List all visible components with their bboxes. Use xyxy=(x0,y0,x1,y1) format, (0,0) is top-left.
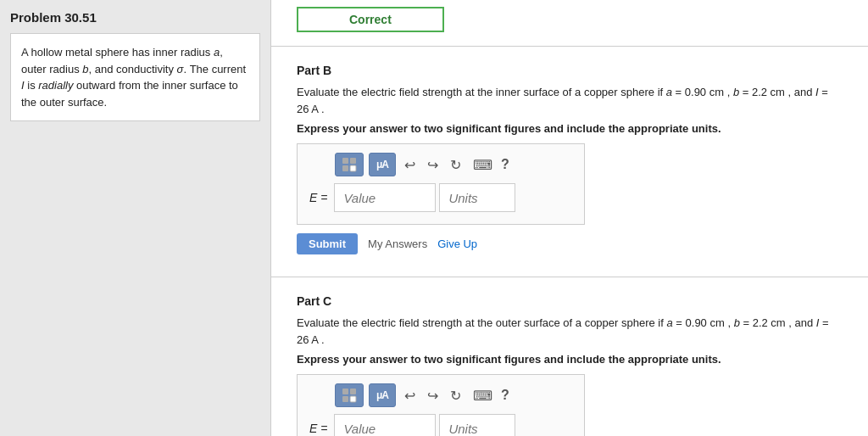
part-b-label: Part B xyxy=(297,64,843,77)
part-c-answer-box: μA ↩ ↪ ↻ ⌨ ? E = xyxy=(297,374,585,436)
part-c-question: Evaluate the electric field strength at … xyxy=(297,315,843,348)
divider-1 xyxy=(271,46,868,47)
grid-button-b[interactable] xyxy=(335,153,364,176)
part-c-section: Part C Evaluate the electric field stren… xyxy=(271,286,868,436)
svg-rect-3 xyxy=(350,165,356,171)
problem-title: Problem 30.51 xyxy=(10,10,260,25)
svg-rect-6 xyxy=(342,396,348,402)
part-c-input-row: E = xyxy=(309,414,572,436)
refresh-button-c[interactable]: ↻ xyxy=(447,386,465,405)
undo-button-b[interactable]: ↩ xyxy=(401,155,419,175)
redo-button-c[interactable]: ↪ xyxy=(424,386,442,405)
help-button-b[interactable]: ? xyxy=(501,157,509,172)
svg-rect-0 xyxy=(342,158,348,164)
part-c-e-label: E = xyxy=(309,422,327,435)
refresh-button-b[interactable]: ↻ xyxy=(447,155,465,175)
part-b-toolbar: μA ↩ ↪ ↻ ⌨ ? xyxy=(335,153,572,176)
svg-rect-7 xyxy=(350,396,356,402)
part-b-input-row: E = xyxy=(309,183,572,212)
part-c-units-input[interactable] xyxy=(439,414,515,436)
part-b-answer-box: μA ↩ ↪ ↻ ⌨ ? E = xyxy=(297,143,585,225)
correct-banner: Correct xyxy=(297,7,444,32)
part-b-submit-row: Submit My Answers Give Up xyxy=(297,233,843,254)
left-panel: Problem 30.51 A hollow metal sphere has … xyxy=(0,0,271,436)
problem-text: A hollow metal sphere has inner radius a… xyxy=(21,46,246,109)
part-b-give-up[interactable]: Give Up xyxy=(437,238,477,250)
svg-rect-4 xyxy=(342,388,348,394)
svg-rect-5 xyxy=(350,388,356,394)
grid-icon-b xyxy=(342,157,357,172)
help-button-c[interactable]: ? xyxy=(501,388,509,403)
part-b-units-input[interactable] xyxy=(439,183,515,212)
grid-button-c[interactable] xyxy=(335,383,364,407)
keyboard-button-b[interactable]: ⌨ xyxy=(470,155,496,175)
undo-button-c[interactable]: ↩ xyxy=(401,386,419,405)
part-b-instruction: Express your answer to two significant f… xyxy=(297,122,843,135)
divider-2 xyxy=(271,277,868,277)
part-c-value-input[interactable] xyxy=(334,414,436,436)
grid-icon-c xyxy=(342,388,357,403)
part-b-my-answers[interactable]: My Answers xyxy=(368,238,427,250)
redo-button-b[interactable]: ↪ xyxy=(424,155,442,175)
problem-box: A hollow metal sphere has inner radius a… xyxy=(10,33,260,121)
part-c-label: Part C xyxy=(297,294,843,308)
keyboard-button-c[interactable]: ⌨ xyxy=(470,386,496,405)
part-b-e-label: E = xyxy=(309,191,327,204)
svg-rect-1 xyxy=(350,158,356,164)
mu-button-b[interactable]: μA xyxy=(369,153,396,176)
mu-button-c[interactable]: μA xyxy=(369,383,396,407)
part-c-toolbar: μA ↩ ↪ ↻ ⌨ ? xyxy=(335,383,572,407)
right-panel: Correct Part B Evaluate the electric fie… xyxy=(271,0,868,436)
correct-area: Correct xyxy=(271,0,868,37)
part-b-question: Evaluate the electric field strength at … xyxy=(297,84,843,117)
part-b-value-input[interactable] xyxy=(334,183,436,212)
part-b-section: Part B Evaluate the electric field stren… xyxy=(271,55,868,268)
svg-rect-2 xyxy=(342,165,348,171)
part-c-instruction: Express your answer to two significant f… xyxy=(297,353,843,366)
part-b-submit-button[interactable]: Submit xyxy=(297,233,358,254)
